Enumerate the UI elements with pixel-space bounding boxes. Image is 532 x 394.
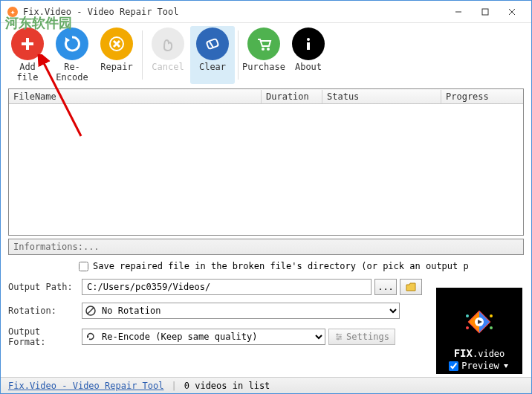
maximize-button[interactable] [472,1,499,22]
svg-point-23 [337,338,340,340]
svg-point-31 [466,326,469,329]
info-bar: Informations: ... [8,239,524,255]
list-header: FileName Duration Status Progress [9,89,523,104]
save-in-broken-label: Save repaired file in the broken file's … [93,261,469,271]
cart-icon [254,34,273,54]
svg-point-22 [340,336,342,338]
file-list[interactable]: FileName Duration Status Progress [8,88,524,236]
toolbar-separator-2 [238,30,239,80]
eraser-icon [203,34,222,54]
svg-rect-15 [307,42,310,50]
clear-button[interactable]: Clear [190,26,235,84]
svg-point-21 [337,334,339,336]
re-encode-button[interactable]: Re-Encode [50,26,94,84]
output-format-label: Output Format: [8,326,79,347]
status-count: 0 videos in list [184,381,270,391]
preview-panel: FIX.video Preview [436,288,522,374]
svg-line-17 [88,308,94,314]
output-format-select[interactable]: Re-Encode (Keep same quality) [82,329,325,345]
info-label: Informations: [13,242,83,252]
svg-point-12 [262,48,265,51]
about-label: About [295,62,322,72]
svg-point-30 [490,314,493,317]
clear-label: Clear [199,62,226,72]
status-bar: Fix.Video - Video Repair Tool | 0 videos… [1,377,531,393]
fixvideo-logo-icon [457,306,502,347]
about-button[interactable]: About [286,26,331,84]
output-path-input[interactable] [82,279,372,295]
reencode-icon [85,332,96,342]
info-value: ... [83,242,100,252]
col-progress[interactable]: Progress [441,90,523,103]
no-rotation-icon [85,306,96,316]
purchase-label: Purchase [242,62,285,72]
open-folder-button[interactable] [400,279,422,295]
folder-icon [406,282,416,291]
add-file-button[interactable]: Add file [5,26,50,84]
window-title: Fix.Video - Video Repair Tool [23,7,445,17]
title-bar: ✦ Fix.Video - Video Repair Tool [1,1,531,23]
col-duration[interactable]: Duration [262,90,322,103]
settings-label: Settings [346,332,389,342]
svg-line-11 [210,42,213,48]
info-icon [299,34,318,54]
status-link[interactable]: Fix.Video - Video Repair Tool [8,381,164,391]
col-filename[interactable]: FileName [9,90,262,103]
browse-button[interactable]: ... [374,279,397,295]
repair-label: Repair [100,62,132,72]
repair-button[interactable]: Repair [94,26,139,84]
preview-dropdown-icon[interactable] [502,362,510,369]
rotation-select[interactable]: No Rotation [82,303,400,319]
svg-rect-4 [482,9,488,15]
brand-text: FIX.video [454,347,505,359]
add-file-label: Add file [7,62,48,83]
rotation-label: Rotation: [8,306,79,316]
output-path-label: Output Path: [8,282,79,292]
svg-point-14 [307,38,310,41]
settings-button[interactable]: Settings [328,329,395,345]
svg-point-32 [490,326,493,329]
col-status[interactable]: Status [322,90,441,103]
settings-icon [334,332,343,341]
cancel-button[interactable]: Cancel [146,26,190,84]
re-encode-label: Re-Encode [51,62,93,83]
plus-icon [18,34,37,54]
preview-label: Preview [461,361,499,371]
minimize-button[interactable] [445,1,472,22]
close-button[interactable] [499,1,525,22]
svg-point-29 [466,314,469,317]
wrench-icon [107,34,126,54]
cancel-label: Cancel [152,62,184,72]
save-in-broken-checkbox[interactable] [79,262,88,271]
save-in-broken-row: Save repaired file in the broken file's … [8,261,524,271]
svg-text:✦: ✦ [10,7,15,17]
app-icon: ✦ [7,6,19,18]
svg-point-13 [267,48,270,51]
hand-icon [158,34,178,54]
main-toolbar: Add file Re-Encode Repair Cancel Clear P… [1,23,531,85]
purchase-button[interactable]: Purchase [241,26,286,84]
refresh-icon [62,34,82,54]
toolbar-separator [142,30,143,80]
preview-checkbox[interactable] [449,361,458,371]
